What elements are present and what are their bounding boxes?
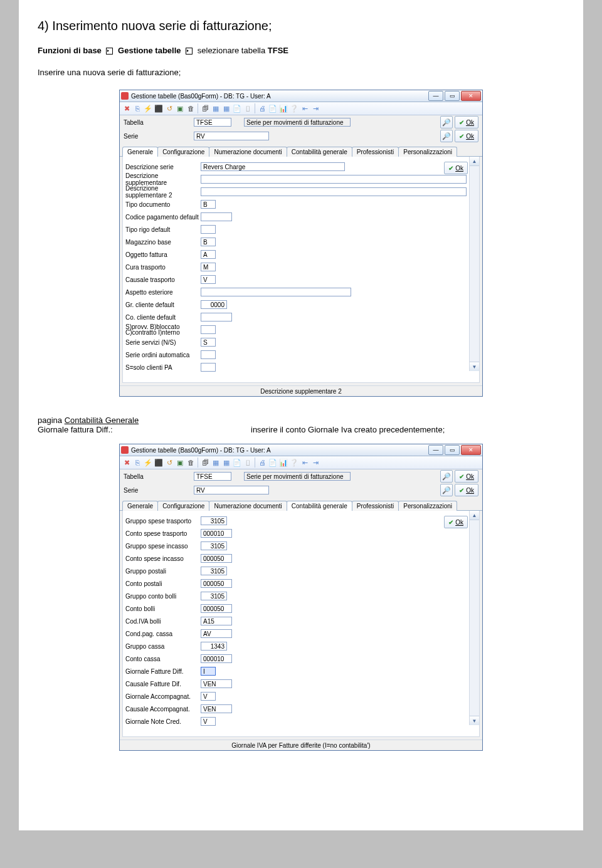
- scroll-down-icon[interactable]: ▼: [470, 362, 479, 371]
- toolbar-icon[interactable]: ▦: [211, 103, 221, 113]
- toolbar-icon[interactable]: ✖: [122, 458, 132, 468]
- ok-button[interactable]: ✔Ok: [455, 116, 478, 128]
- serie-ordini-input[interactable]: [201, 350, 216, 359]
- toolbar-icon[interactable]: ⇥: [310, 103, 320, 113]
- ok-button[interactable]: ✔Ok: [455, 484, 478, 496]
- conto-cassa-input[interactable]: [201, 654, 232, 663]
- tipo-rigo-input[interactable]: [201, 225, 216, 234]
- toolbar-icon[interactable]: 📄: [268, 458, 278, 468]
- tab-professionisti[interactable]: Professionisti: [352, 147, 399, 157]
- gruppo-conto-bolli-input[interactable]: [201, 592, 227, 600]
- gruppo-spese-incasso-input[interactable]: [201, 541, 227, 550]
- toolbar-icon[interactable]: ↺: [164, 458, 174, 468]
- ok-button[interactable]: ✔Ok: [444, 162, 468, 174]
- toolbar-icon[interactable]: 🗐: [200, 458, 210, 468]
- descrizione-supp-input[interactable]: [201, 175, 467, 184]
- conto-spese-incasso-input[interactable]: [201, 554, 232, 563]
- co-cliente-input[interactable]: [201, 313, 232, 322]
- sprovv-input[interactable]: [201, 325, 216, 334]
- toolbar-icon[interactable]: 📄: [268, 103, 278, 113]
- aspetto-input[interactable]: [201, 288, 351, 296]
- cond-pag-cassa-input[interactable]: [201, 629, 232, 638]
- close-button[interactable]: ✕: [461, 91, 481, 101]
- serie-servizi-input[interactable]: [201, 338, 216, 347]
- search-icon[interactable]: 🔎: [440, 484, 453, 496]
- tab-personalizzazioni[interactable]: Personalizzazioni: [398, 147, 457, 157]
- toolbar-icon[interactable]: ▣: [175, 103, 185, 113]
- minimize-button[interactable]: —: [428, 91, 443, 101]
- tab-generale[interactable]: Generale: [122, 501, 158, 511]
- tab-contabilita[interactable]: Contabilità generale: [287, 147, 352, 157]
- toolbar-icon[interactable]: 🖨: [257, 103, 267, 113]
- toolbar-icon[interactable]: ↺: [164, 103, 174, 113]
- search-icon[interactable]: 🔎: [440, 116, 453, 128]
- magazzino-input[interactable]: [201, 238, 216, 246]
- toolbar-icon[interactable]: ⬛: [154, 103, 164, 113]
- toolbar-icon[interactable]: ⇤: [300, 458, 310, 468]
- conto-postali-input[interactable]: [201, 579, 232, 588]
- tab-configurazione[interactable]: Configurazione: [157, 147, 209, 157]
- toolbar-icon[interactable]: ▣: [175, 458, 185, 468]
- scroll-down-icon[interactable]: ▼: [470, 716, 479, 725]
- gruppo-spese-trasporto-input[interactable]: [201, 516, 227, 525]
- codice-pagamento-input[interactable]: [201, 212, 232, 221]
- serie-input[interactable]: [194, 132, 269, 140]
- toolbar-icon[interactable]: ❔: [289, 103, 299, 113]
- causale-accompagnat-input[interactable]: [201, 704, 232, 713]
- ok-button[interactable]: ✔Ok: [455, 470, 478, 483]
- toolbar-icon[interactable]: ⎘: [132, 103, 142, 113]
- toolbar-icon[interactable]: 🗑: [186, 103, 196, 113]
- toolbar-icon[interactable]: ▦: [221, 458, 231, 468]
- tab-contabilita[interactable]: Contabilità generale: [287, 501, 352, 511]
- toolbar-icon[interactable]: 📊: [278, 458, 288, 468]
- toolbar-icon[interactable]: ⇥: [310, 458, 320, 468]
- giornale-note-cred-input[interactable]: [201, 717, 216, 726]
- tipo-documento-input[interactable]: [201, 200, 216, 209]
- scrollbar[interactable]: ▲ ▼: [469, 157, 479, 371]
- solo-pa-input[interactable]: [201, 363, 216, 372]
- gruppo-cassa-input[interactable]: [201, 642, 227, 651]
- toolbar-icon[interactable]: ⎘: [132, 458, 142, 468]
- gruppo-postali-input[interactable]: [201, 567, 227, 575]
- conto-bolli-input[interactable]: [201, 604, 232, 613]
- oggetto-input[interactable]: [201, 250, 216, 259]
- toolbar-icon[interactable]: ⇤: [300, 103, 310, 113]
- causale-trasporto-input[interactable]: [201, 275, 216, 284]
- toolbar-icon[interactable]: 🗑: [186, 458, 196, 468]
- tabella-input[interactable]: [194, 472, 231, 481]
- scrollbar[interactable]: ▲ ▼: [469, 511, 479, 725]
- giornale-accompagnat-input[interactable]: [201, 692, 216, 701]
- tab-professionisti[interactable]: Professionisti: [352, 501, 399, 511]
- toolbar-icon[interactable]: ⌷: [243, 103, 253, 113]
- tab-generale[interactable]: Generale: [122, 147, 158, 157]
- scroll-up-icon[interactable]: ▲: [470, 511, 479, 520]
- tab-configurazione[interactable]: Configurazione: [157, 501, 209, 511]
- toolbar-icon[interactable]: ▦: [221, 103, 231, 113]
- giornale-fatture-diff-input[interactable]: [201, 667, 216, 676]
- tab-numerazione[interactable]: Numerazione documenti: [209, 147, 287, 157]
- tabella-input[interactable]: [194, 118, 231, 127]
- toolbar-icon[interactable]: 📄: [232, 103, 242, 113]
- toolbar-icon[interactable]: ⬛: [154, 458, 164, 468]
- cura-trasporto-input[interactable]: [201, 263, 216, 271]
- maximize-button[interactable]: ▭: [445, 445, 460, 455]
- scroll-up-icon[interactable]: ▲: [470, 157, 479, 166]
- tab-personalizzazioni[interactable]: Personalizzazioni: [398, 501, 457, 511]
- ok-button[interactable]: ✔Ok: [455, 130, 478, 142]
- descrizione-supp2-input[interactable]: [201, 187, 467, 196]
- ok-button[interactable]: ✔Ok: [444, 516, 468, 528]
- search-icon[interactable]: 🔎: [440, 130, 453, 142]
- toolbar-icon[interactable]: ⌷: [243, 458, 253, 468]
- toolbar-icon[interactable]: 🖨: [257, 458, 267, 468]
- toolbar-icon[interactable]: ✖: [122, 103, 132, 113]
- toolbar-icon[interactable]: ❔: [289, 458, 299, 468]
- minimize-button[interactable]: —: [428, 445, 443, 455]
- search-icon[interactable]: 🔎: [440, 470, 453, 483]
- descrizione-serie-input[interactable]: [201, 162, 345, 171]
- conto-spese-trasporto-input[interactable]: [201, 529, 232, 538]
- toolbar-icon[interactable]: 📊: [278, 103, 288, 113]
- toolbar-icon[interactable]: ⚡: [143, 458, 153, 468]
- toolbar-icon[interactable]: 🗐: [200, 103, 210, 113]
- toolbar-icon[interactable]: ⚡: [143, 103, 153, 113]
- toolbar-icon[interactable]: 📄: [232, 458, 242, 468]
